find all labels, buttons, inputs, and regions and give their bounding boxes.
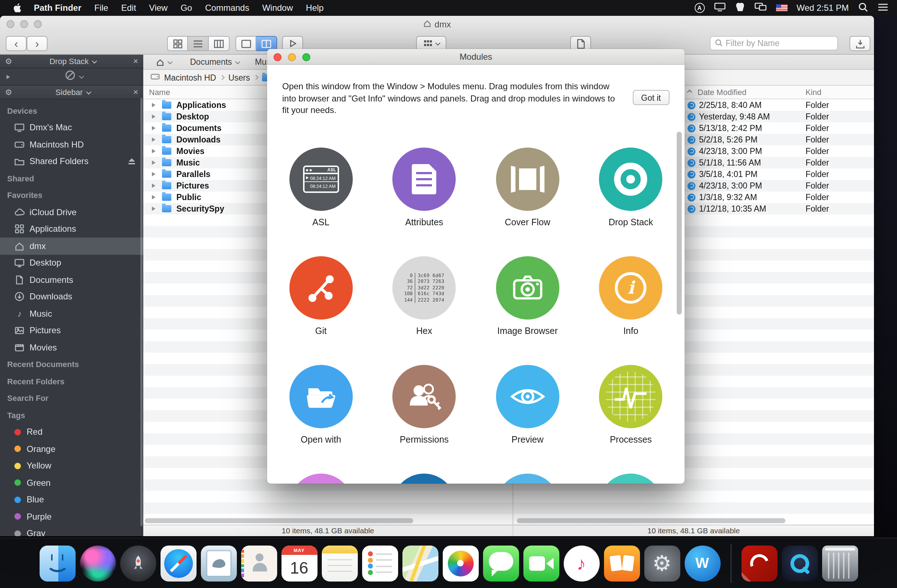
sidebar-tag-green[interactable]: Green [0, 474, 143, 491]
column-header-date-modified[interactable]: Date Modified [698, 88, 747, 96]
single-pane-button[interactable] [236, 36, 256, 51]
dock-photos-icon[interactable] [442, 545, 478, 581]
window-zoom-button[interactable] [34, 20, 42, 28]
sort-ascending-icon[interactable] [687, 90, 692, 95]
dock-ibooks-icon[interactable] [604, 545, 640, 581]
module-cover-flow[interactable]: Cover Flow [496, 148, 559, 256]
breadcrumb-users[interactable]: Users [228, 73, 250, 82]
sidebar-item-pictures[interactable]: Pictures [0, 322, 143, 339]
sidebar-tag-purple[interactable]: Purple [0, 508, 143, 525]
module-preview[interactable]: Preview [496, 365, 559, 473]
modules-dialog-titlebar[interactable]: Modules [267, 49, 685, 65]
home-dropdown-button[interactable] [152, 55, 176, 69]
dialog-minimize-button[interactable] [288, 53, 296, 61]
section-recent-folders[interactable]: Recent Folders [0, 373, 143, 390]
sidebar-panel-header[interactable]: Sidebar [0, 86, 143, 99]
sidebar-tag-red[interactable]: Red [0, 423, 143, 440]
sidebar-tag-yellow[interactable]: Yellow [0, 457, 143, 474]
horizontal-scrollbar[interactable] [145, 518, 413, 523]
filter-input[interactable] [726, 39, 833, 47]
dock-notes-icon[interactable] [321, 545, 357, 581]
module-image-browser[interactable]: Image Browser [496, 256, 559, 365]
apple-menu-icon[interactable] [7, 3, 28, 13]
close-icon[interactable] [133, 88, 138, 96]
gear-icon[interactable] [5, 88, 12, 96]
dock-safari-icon[interactable] [160, 545, 196, 581]
circled-a-status-icon[interactable]: A [694, 3, 704, 13]
forward-button[interactable] [27, 36, 47, 51]
sidebar-item-desktop[interactable]: Desktop [0, 254, 143, 271]
dock-mail-icon[interactable] [201, 545, 236, 581]
menu-app-name[interactable]: Path Finder [28, 3, 88, 13]
spotlight-icon[interactable] [858, 2, 868, 14]
sidebar-tag-orange[interactable]: Orange [0, 440, 143, 457]
display-status-icon[interactable] [714, 2, 725, 14]
menu-help[interactable]: Help [300, 3, 330, 13]
section-recent-documents[interactable]: Recent Documents [0, 356, 143, 373]
drop-stack-header[interactable]: Drop Stack [0, 55, 143, 69]
sidebar-item-macintosh-hd[interactable]: Macintosh HD [0, 136, 143, 153]
back-button[interactable] [6, 36, 27, 51]
module-drop-stack[interactable]: Drop Stack [599, 148, 663, 256]
dialog-scrollbar[interactable] [677, 132, 682, 315]
sidebar-item-movies[interactable]: Movies [0, 339, 143, 356]
window-titlebar[interactable]: dmx [0, 16, 874, 32]
sidebar-item-icloud-drive[interactable]: iCloud Drive [0, 204, 143, 221]
horizontal-scrollbar[interactable] [517, 518, 785, 523]
disclosure-icon[interactable] [6, 75, 10, 79]
sidebar-item-documents[interactable]: Documents [0, 271, 143, 288]
dock-launchpad-icon[interactable] [120, 545, 156, 581]
trash-icon[interactable] [822, 545, 858, 581]
dock-messages-icon[interactable] [483, 545, 519, 581]
menu-view[interactable]: View [142, 3, 174, 13]
module-git[interactable]: Git [289, 256, 353, 365]
sidebar-tag-gray[interactable]: Gray [0, 525, 143, 536]
download-button[interactable] [850, 36, 870, 51]
module-processes[interactable]: Processes [599, 365, 663, 473]
module-hex[interactable]: 03c69 6d67 362073 7263 723d22 2220 10861… [393, 256, 456, 365]
sidebar-item-music[interactable]: Music [0, 305, 143, 322]
window-minimize-button[interactable] [20, 20, 28, 28]
documents-dropdown-button[interactable]: Documents [186, 55, 243, 69]
dock-adobe-acrobat-icon[interactable] [741, 545, 777, 581]
menu-window[interactable]: Window [256, 3, 299, 13]
module-open-with[interactable]: Open with [289, 365, 353, 473]
module-partial-2[interactable] [393, 473, 456, 484]
module-partial-3[interactable] [496, 473, 559, 484]
close-icon[interactable] [133, 57, 138, 66]
menu-commands[interactable]: Commands [199, 3, 256, 13]
module-info[interactable]: Info [599, 256, 663, 365]
dock-system-preferences-icon[interactable] [644, 545, 680, 581]
dock-maps-icon[interactable] [402, 545, 438, 581]
breadcrumb-disk[interactable]: Macintosh HD [164, 73, 216, 82]
column-header-name[interactable]: Name [149, 88, 170, 96]
got-it-button[interactable]: Got it [632, 90, 669, 105]
dialog-close-button[interactable] [274, 53, 282, 61]
menubar-clock[interactable]: Wed 2:51 PM [797, 3, 849, 13]
list-view-button[interactable] [188, 36, 209, 51]
dock-finder-icon[interactable] [39, 545, 75, 581]
notification-center-icon[interactable] [877, 3, 888, 13]
module-partial-4[interactable] [599, 473, 663, 484]
dock-facetime-icon[interactable] [523, 545, 559, 581]
dock-siri-icon[interactable] [80, 545, 116, 581]
filter-field[interactable] [710, 36, 838, 50]
us-flag-input-icon[interactable] [776, 4, 787, 12]
window-close-button[interactable] [6, 20, 14, 28]
sidebar-tag-blue[interactable]: Blue [0, 491, 143, 508]
eject-icon[interactable] [127, 157, 136, 166]
sidebar-scrollbar[interactable] [140, 98, 142, 526]
module-partial-1[interactable] [289, 473, 353, 484]
dock-quicktime-icon[interactable] [781, 545, 817, 581]
dual-display-status-icon[interactable] [754, 2, 766, 14]
sidebar-item-shared-folders[interactable]: Shared Folders [0, 153, 143, 170]
dock-reminders-icon[interactable] [362, 545, 398, 581]
section-search-for[interactable]: Search For [0, 390, 143, 407]
sidebar-item-applications[interactable]: Applications [0, 221, 143, 238]
dock-w-app-icon[interactable]: W [684, 545, 720, 581]
dock-calendar-icon[interactable]: MAY 16 [281, 545, 317, 581]
menu-file[interactable]: File [88, 3, 115, 13]
dialog-zoom-button[interactable] [302, 53, 310, 61]
module-asl[interactable]: ASL 08:24:12 AM 08:24:12 AM ASL [289, 148, 353, 256]
module-permissions[interactable]: Permissions [393, 365, 456, 473]
